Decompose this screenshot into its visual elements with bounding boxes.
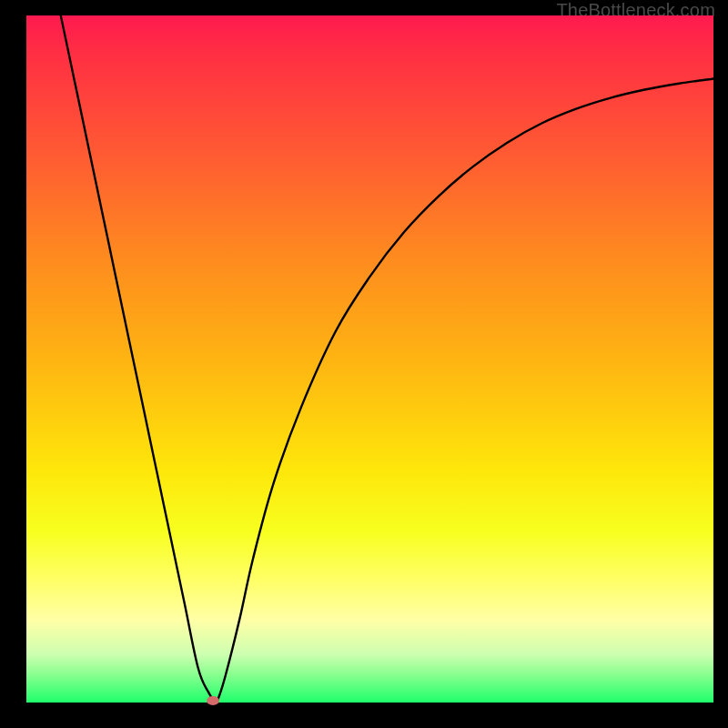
chart-frame — [26, 15, 713, 703]
chart-gradient-background — [26, 15, 713, 703]
